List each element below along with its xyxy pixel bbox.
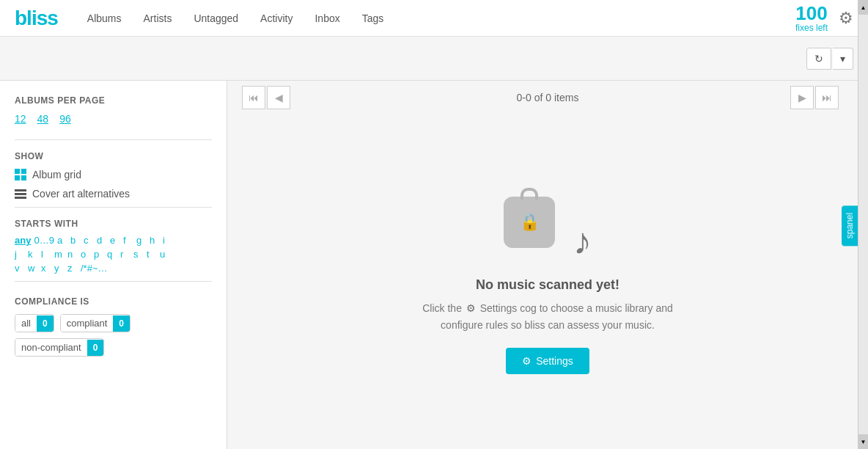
pagination-info: 0-0 of 0 items — [517, 92, 579, 103]
next-page-button[interactable]: ▶ — [790, 86, 814, 109]
show-album-grid[interactable]: Album grid — [15, 169, 212, 180]
badge-noncompliant-label: non-compliant — [15, 339, 87, 356]
alpha-t[interactable]: t — [147, 249, 157, 260]
toolbar: ↻ ▾ — [0, 37, 868, 81]
empty-desc-part1: Click the — [422, 302, 462, 314]
nav-item-tags[interactable]: Tags — [362, 12, 384, 24]
badge-all-label: all — [15, 315, 37, 332]
alpha-a[interactable]: a — [57, 235, 67, 246]
spanel-tab[interactable]: spanel — [842, 205, 858, 246]
badge-all-count: 0 — [37, 315, 54, 332]
alpha-k[interactable]: k — [28, 249, 38, 260]
alpha-w[interactable]: w — [28, 263, 38, 274]
alpha-o[interactable]: o — [81, 249, 91, 260]
alpha-c[interactable]: c — [84, 235, 94, 246]
badge-noncompliant-count: 0 — [87, 340, 104, 356]
alpha-any[interactable]: any — [15, 235, 31, 246]
alpha-f[interactable]: f — [123, 235, 133, 246]
settings-btn-icon: ⚙ — [522, 355, 532, 367]
divider-3 — [15, 281, 212, 282]
badge-compliant-label: compliant — [61, 315, 114, 332]
alpha-n[interactable]: n — [67, 249, 78, 260]
empty-title: No music scanned yet! — [476, 277, 619, 293]
main-layout: ALBUMS PER PAGE 12 48 96 SHOW Album grid… — [0, 81, 868, 449]
alpha-09[interactable]: 0…9 — [34, 235, 54, 246]
settings-cog-inline: ⚙ — [466, 300, 476, 316]
fixes-number: 100 — [795, 4, 828, 23]
nav-item-untagged[interactable]: Untagged — [194, 12, 238, 24]
alpha-b[interactable]: b — [70, 235, 81, 246]
nav-item-inbox[interactable]: Inbox — [315, 12, 339, 24]
alpha-u[interactable]: u — [160, 249, 170, 260]
badge-all[interactable]: all 0 — [15, 314, 54, 332]
album-grid-label: Album grid — [32, 169, 81, 180]
alpha-h[interactable]: h — [150, 235, 160, 246]
alpha-r[interactable]: r — [120, 249, 130, 260]
music-icon-area: 🔒 ♪ — [504, 189, 592, 263]
per-page-12[interactable]: 12 — [15, 113, 26, 125]
nav-item-artists[interactable]: Artists — [144, 12, 172, 24]
compliance-section: COMPLIANCE IS all 0 compliant 0 non-comp… — [15, 296, 212, 357]
albums-per-page-title: ALBUMS PER PAGE — [15, 95, 212, 106]
empty-state: 🔒 ♪ No music scanned yet! Click the ⚙ Se… — [394, 114, 702, 449]
divider-1 — [15, 139, 212, 140]
alpha-l[interactable]: l — [41, 249, 51, 260]
alpha-i[interactable]: i — [163, 235, 173, 246]
alpha-q[interactable]: q — [107, 249, 117, 260]
starts-with-title: STARTS WITH — [15, 219, 212, 229]
alpha-links: any 0…9 a b c d e f g h i j k l m n o p … — [15, 235, 212, 274]
divider-2 — [15, 207, 212, 208]
logo[interactable]: bliss — [15, 7, 58, 30]
sidebar: ALBUMS PER PAGE 12 48 96 SHOW Album grid… — [0, 81, 227, 449]
alpha-m[interactable]: m — [54, 249, 65, 260]
scroll-up-button[interactable]: ▲ — [858, 0, 869, 15]
first-page-button[interactable]: ⏮ — [242, 86, 265, 109]
bag-shape: 🔒 — [504, 197, 555, 248]
alpha-d[interactable]: d — [97, 235, 107, 246]
alpha-p[interactable]: p — [94, 249, 104, 260]
alpha-j[interactable]: j — [15, 249, 25, 260]
alpha-y[interactable]: y — [54, 263, 65, 274]
alpha-z[interactable]: z — [67, 263, 78, 274]
gear-icon[interactable]: ⚙ — [839, 9, 853, 28]
nav-item-albums[interactable]: Albums — [87, 12, 122, 24]
pagination-bar: ⏮ ◀ 0-0 of 0 items ▶ ⏭ — [227, 81, 868, 114]
scroll-down-button[interactable]: ▼ — [858, 434, 869, 449]
badge-noncompliant[interactable]: non-compliant 0 — [15, 338, 104, 357]
alpha-e[interactable]: e — [110, 235, 120, 246]
show-cover-art[interactable]: Cover art alternatives — [15, 188, 212, 200]
alpha-row-1: any 0…9 a b c d e f g h i — [15, 235, 173, 246]
alpha-g[interactable]: g — [136, 235, 147, 246]
dropdown-button[interactable]: ▾ — [833, 48, 853, 70]
settings-btn-label: Settings — [536, 355, 573, 367]
show-title: SHOW — [15, 151, 212, 161]
grid-icon — [15, 169, 26, 180]
bag-body: 🔒 — [504, 197, 555, 248]
last-page-button[interactable]: ⏭ — [815, 86, 839, 109]
fixes-count: 100 fixes left — [795, 4, 828, 33]
per-page-96[interactable]: 96 — [59, 113, 71, 125]
bag-handle — [521, 188, 538, 200]
settings-button[interactable]: ⚙ Settings — [506, 348, 589, 374]
music-note-icon: ♪ — [573, 220, 592, 263]
alpha-s[interactable]: s — [133, 249, 144, 260]
right-scrollbar: ▲ ▼ — [858, 0, 868, 449]
header-right: 100 fixes left ⚙ — [795, 4, 853, 33]
nav-item-activity[interactable]: Activity — [260, 12, 293, 24]
prev-page-button[interactable]: ◀ — [267, 86, 290, 109]
content-area: ⏮ ◀ 0-0 of 0 items ▶ ⏭ 🔒 ♪ No music scan… — [227, 81, 868, 449]
pagination-btns-right: ▶ ⏭ — [790, 86, 839, 109]
alpha-row-3: v w x y z /*#~… — [15, 263, 108, 274]
per-page-48[interactable]: 48 — [37, 113, 49, 125]
alpha-v[interactable]: v — [15, 263, 25, 274]
header: bliss Albums Artists Untagged Activity I… — [0, 0, 868, 37]
refresh-button[interactable]: ↻ — [806, 48, 831, 70]
show-options: Album grid Cover art alternatives — [15, 169, 212, 200]
pagination-btns-left: ⏮ ◀ — [242, 86, 290, 109]
alpha-special[interactable]: /*#~… — [81, 263, 108, 274]
alpha-row-2: j k l m n o p q r s t u — [15, 249, 170, 260]
alpha-x[interactable]: x — [41, 263, 51, 274]
badge-compliant[interactable]: compliant 0 — [60, 314, 130, 332]
per-page-options: 12 48 96 — [15, 113, 212, 125]
cover-art-label: Cover art alternatives — [32, 188, 130, 200]
